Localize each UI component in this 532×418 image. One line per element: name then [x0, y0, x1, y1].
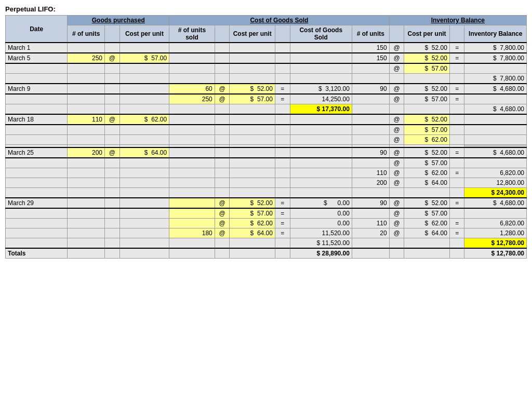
march5-row1: March 5 250 @ $ 57.00 150 @ $ 52.00 = $ …	[6, 53, 527, 63]
march9-row1: March 9 60 @ $ 52.00 = $ 3,120.00 90 @ $…	[6, 84, 527, 94]
cogs-cogs-header: Cost of Goods Sold	[290, 25, 352, 43]
totals-label: Totals	[6, 248, 68, 259]
march25-row3: 110 @ $ 62.00 = 6,820.00	[6, 168, 527, 178]
cogs-eq-header	[275, 25, 290, 43]
date-header: Date	[6, 16, 68, 43]
page-title: Perpetual LIFO:	[5, 5, 527, 13]
gp-cpu-header: Cost per unit	[119, 25, 169, 43]
march25-row2: @ $ 57.00	[6, 158, 527, 168]
cogs-units-header: # of units sold	[169, 25, 215, 43]
gp-units-header: # of units	[68, 25, 105, 43]
gp-at-header	[105, 25, 120, 43]
march29-date: March 29	[6, 198, 68, 208]
cogs-header: Cost of Goods Sold	[169, 16, 389, 25]
cogs-at-header	[215, 25, 230, 43]
march29-row3: @ $ 62.00 = 0.00 110 @ $ 62.00 = 6,820.0…	[6, 219, 527, 228]
inv-at-header	[389, 25, 404, 43]
march29-row2: @ $ 57.00 = 0.00 @ $ 57.00	[6, 208, 527, 219]
cogs-cpu-header: Cost per unit	[230, 25, 275, 43]
march25-row5: $ 24,300.00	[6, 188, 527, 198]
march1-date: March 1	[6, 43, 68, 53]
march18-row1: March 18 110 @ $ 62.00 @ $ 52.00	[6, 114, 527, 125]
march1-row1: March 1 150 @ $ 52.00 = $ 7,800.00	[6, 43, 527, 53]
march5-row3: $ 7,800.00	[6, 74, 527, 84]
goods-purchased-header: Goods purchased	[68, 16, 169, 25]
march9-date: March 9	[6, 84, 68, 94]
march18-row2: @ $ 57.00	[6, 125, 527, 135]
march29-row5: $ 11,520.00 $ 12,780.00	[6, 238, 527, 249]
march18-date: March 18	[6, 114, 68, 125]
march5-row2: @ $ 57.00	[6, 63, 527, 74]
totals-row: Totals $ 28,890.00 $ 12,780.00	[6, 248, 527, 259]
march25-row1: March 25 200 @ $ 64.00 90 @ $ 52.00 = $ …	[6, 147, 527, 158]
inv-eq-header	[449, 25, 464, 43]
inv-cpu-header: Cost per unit	[404, 25, 450, 43]
march18-row3: @ $ 62.00	[6, 135, 527, 145]
march5-date: March 5	[6, 53, 68, 63]
march9-row3: $ 17,370.00 $ 4,680.00	[6, 104, 527, 115]
inv-units-header: # of units	[352, 25, 389, 43]
march25-date: March 25	[6, 147, 68, 158]
march29-row1: March 29 @ $ 52.00 = $ 0.00 90 @ $ 52.00…	[6, 198, 527, 208]
inv-balance-header: Inventory Balance	[389, 16, 526, 25]
inv-bal-header: Inventory Balance	[464, 25, 527, 43]
march29-row4: 180 @ $ 64.00 = 11,520.00 20 @ $ 64.00 =…	[6, 228, 527, 238]
march25-row4: 200 @ $ 64.00 12,800.00	[6, 178, 527, 188]
march9-row2: 250 @ $ 57.00 = 14,250.00 @ $ 57.00 =	[6, 94, 527, 104]
